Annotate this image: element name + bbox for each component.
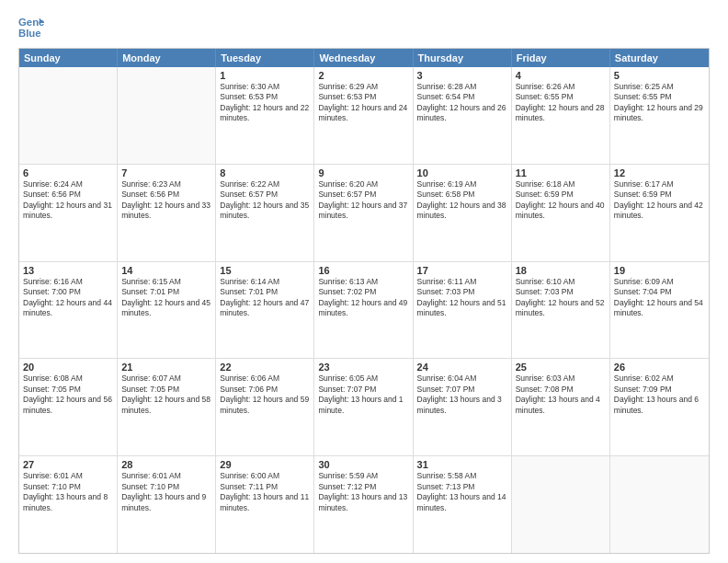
cell-info: Sunrise: 6:05 AM Sunset: 7:07 PM Dayligh…	[318, 373, 408, 416]
cell-info: Sunrise: 6:17 AM Sunset: 6:59 PM Dayligh…	[614, 179, 705, 222]
cell-info: Sunrise: 6:14 AM Sunset: 7:01 PM Dayligh…	[220, 277, 310, 319]
calendar-row-5: 27Sunrise: 6:01 AM Sunset: 7:10 PM Dayli…	[19, 455, 709, 553]
day-number: 27	[23, 459, 113, 470]
day-number: 30	[318, 459, 408, 470]
calendar-cell-15: 15Sunrise: 6:14 AM Sunset: 7:01 PM Dayli…	[216, 262, 314, 359]
header-day-saturday: Saturday	[610, 49, 709, 67]
cell-info: Sunrise: 6:25 AM Sunset: 6:55 PM Dayligh…	[614, 82, 705, 124]
cell-info: Sunrise: 5:59 AM Sunset: 7:12 PM Dayligh…	[318, 471, 408, 513]
day-number: 15	[220, 265, 310, 276]
day-number: 26	[614, 362, 705, 373]
header-day-friday: Friday	[512, 49, 610, 67]
calendar-cell-13: 13Sunrise: 6:16 AM Sunset: 7:00 PM Dayli…	[19, 262, 118, 359]
day-number: 25	[516, 362, 606, 373]
header-day-wednesday: Wednesday	[314, 49, 413, 67]
cell-info: Sunrise: 6:20 AM Sunset: 6:57 PM Dayligh…	[318, 179, 408, 222]
day-number: 5	[614, 70, 705, 81]
calendar-row-3: 13Sunrise: 6:16 AM Sunset: 7:00 PM Dayli…	[19, 261, 709, 359]
day-number: 20	[23, 362, 113, 373]
day-number: 18	[516, 265, 606, 276]
calendar-cell-6: 6Sunrise: 6:24 AM Sunset: 6:56 PM Daylig…	[19, 165, 118, 261]
calendar-cell-empty	[512, 456, 610, 553]
cell-info: Sunrise: 6:02 AM Sunset: 7:09 PM Dayligh…	[614, 373, 705, 416]
logo-icon: General Blue	[18, 15, 44, 40]
calendar-body: 1Sunrise: 6:30 AM Sunset: 6:53 PM Daylig…	[19, 67, 709, 553]
calendar-cell-23: 23Sunrise: 6:05 AM Sunset: 7:07 PM Dayli…	[314, 359, 413, 455]
calendar-cell-3: 3Sunrise: 6:28 AM Sunset: 6:54 PM Daylig…	[414, 67, 512, 164]
cell-info: Sunrise: 6:09 AM Sunset: 7:04 PM Dayligh…	[614, 277, 705, 319]
calendar-cell-4: 4Sunrise: 6:26 AM Sunset: 6:55 PM Daylig…	[512, 67, 610, 164]
cell-info: Sunrise: 6:03 AM Sunset: 7:08 PM Dayligh…	[516, 373, 606, 416]
calendar-cell-2: 2Sunrise: 6:29 AM Sunset: 6:53 PM Daylig…	[314, 67, 413, 164]
calendar-cell-30: 30Sunrise: 5:59 AM Sunset: 7:12 PM Dayli…	[314, 456, 413, 553]
cell-info: Sunrise: 6:18 AM Sunset: 6:59 PM Dayligh…	[516, 179, 606, 222]
cell-info: Sunrise: 6:19 AM Sunset: 6:58 PM Dayligh…	[417, 179, 507, 222]
day-number: 2	[318, 70, 408, 81]
calendar-cell-20: 20Sunrise: 6:08 AM Sunset: 7:05 PM Dayli…	[19, 359, 118, 455]
cell-info: Sunrise: 6:15 AM Sunset: 7:01 PM Dayligh…	[121, 277, 211, 319]
day-number: 7	[121, 167, 211, 178]
cell-info: Sunrise: 6:08 AM Sunset: 7:05 PM Dayligh…	[23, 373, 113, 416]
day-number: 24	[417, 362, 507, 373]
cell-info: Sunrise: 6:26 AM Sunset: 6:55 PM Dayligh…	[516, 82, 606, 124]
day-number: 3	[417, 70, 507, 81]
calendar-cell-17: 17Sunrise: 6:11 AM Sunset: 7:03 PM Dayli…	[414, 262, 512, 359]
calendar-cell-10: 10Sunrise: 6:19 AM Sunset: 6:58 PM Dayli…	[414, 165, 512, 261]
day-number: 8	[220, 167, 310, 178]
header-day-monday: Monday	[118, 49, 216, 67]
cell-info: Sunrise: 6:24 AM Sunset: 6:56 PM Dayligh…	[23, 179, 113, 222]
calendar-cell-empty	[610, 456, 709, 553]
day-number: 21	[121, 362, 211, 373]
calendar-cell-empty	[118, 67, 216, 164]
cell-info: Sunrise: 5:58 AM Sunset: 7:13 PM Dayligh…	[417, 471, 507, 513]
calendar-header: SundayMondayTuesdayWednesdayThursdayFrid…	[19, 49, 709, 67]
calendar-cell-21: 21Sunrise: 6:07 AM Sunset: 7:05 PM Dayli…	[118, 359, 216, 455]
cell-info: Sunrise: 6:23 AM Sunset: 6:56 PM Dayligh…	[121, 179, 211, 222]
day-number: 4	[516, 70, 606, 81]
cell-info: Sunrise: 6:22 AM Sunset: 6:57 PM Dayligh…	[220, 179, 310, 222]
day-number: 12	[614, 167, 705, 178]
calendar-cell-19: 19Sunrise: 6:09 AM Sunset: 7:04 PM Dayli…	[610, 262, 709, 359]
day-number: 23	[318, 362, 408, 373]
calendar-row-2: 6Sunrise: 6:24 AM Sunset: 6:56 PM Daylig…	[19, 164, 709, 261]
calendar-cell-16: 16Sunrise: 6:13 AM Sunset: 7:02 PM Dayli…	[314, 262, 413, 359]
cell-info: Sunrise: 6:04 AM Sunset: 7:07 PM Dayligh…	[417, 373, 507, 416]
calendar-cell-24: 24Sunrise: 6:04 AM Sunset: 7:07 PM Dayli…	[414, 359, 512, 455]
cell-info: Sunrise: 6:01 AM Sunset: 7:10 PM Dayligh…	[23, 471, 113, 513]
cell-info: Sunrise: 6:30 AM Sunset: 6:53 PM Dayligh…	[220, 82, 310, 124]
day-number: 6	[23, 167, 113, 178]
cell-info: Sunrise: 6:01 AM Sunset: 7:10 PM Dayligh…	[121, 471, 211, 513]
day-number: 14	[121, 265, 211, 276]
header-day-tuesday: Tuesday	[216, 49, 314, 67]
calendar: SundayMondayTuesdayWednesdayThursdayFrid…	[18, 48, 710, 554]
page: General Blue SundayMondayTuesdayWednesda…	[0, 0, 728, 563]
calendar-cell-12: 12Sunrise: 6:17 AM Sunset: 6:59 PM Dayli…	[610, 165, 709, 261]
calendar-cell-27: 27Sunrise: 6:01 AM Sunset: 7:10 PM Dayli…	[19, 456, 118, 553]
day-number: 13	[23, 265, 113, 276]
header-day-thursday: Thursday	[414, 49, 512, 67]
calendar-cell-7: 7Sunrise: 6:23 AM Sunset: 6:56 PM Daylig…	[118, 165, 216, 261]
calendar-cell-empty	[19, 67, 118, 164]
calendar-cell-29: 29Sunrise: 6:00 AM Sunset: 7:11 PM Dayli…	[216, 456, 314, 553]
day-number: 31	[417, 459, 507, 470]
cell-info: Sunrise: 6:00 AM Sunset: 7:11 PM Dayligh…	[220, 471, 310, 513]
calendar-cell-11: 11Sunrise: 6:18 AM Sunset: 6:59 PM Dayli…	[512, 165, 610, 261]
day-number: 9	[318, 167, 408, 178]
calendar-cell-5: 5Sunrise: 6:25 AM Sunset: 6:55 PM Daylig…	[610, 67, 709, 164]
calendar-cell-31: 31Sunrise: 5:58 AM Sunset: 7:13 PM Dayli…	[414, 456, 512, 553]
day-number: 22	[220, 362, 310, 373]
day-number: 1	[220, 70, 310, 81]
day-number: 10	[417, 167, 507, 178]
day-number: 16	[318, 265, 408, 276]
calendar-cell-25: 25Sunrise: 6:03 AM Sunset: 7:08 PM Dayli…	[512, 359, 610, 455]
cell-info: Sunrise: 6:11 AM Sunset: 7:03 PM Dayligh…	[417, 277, 507, 319]
cell-info: Sunrise: 6:16 AM Sunset: 7:00 PM Dayligh…	[23, 277, 113, 319]
day-number: 11	[516, 167, 606, 178]
cell-info: Sunrise: 6:13 AM Sunset: 7:02 PM Dayligh…	[318, 277, 408, 319]
calendar-cell-18: 18Sunrise: 6:10 AM Sunset: 7:03 PM Dayli…	[512, 262, 610, 359]
day-number: 17	[417, 265, 507, 276]
calendar-cell-8: 8Sunrise: 6:22 AM Sunset: 6:57 PM Daylig…	[216, 165, 314, 261]
calendar-cell-14: 14Sunrise: 6:15 AM Sunset: 7:01 PM Dayli…	[118, 262, 216, 359]
header-day-sunday: Sunday	[19, 49, 118, 67]
svg-text:Blue: Blue	[18, 28, 41, 39]
